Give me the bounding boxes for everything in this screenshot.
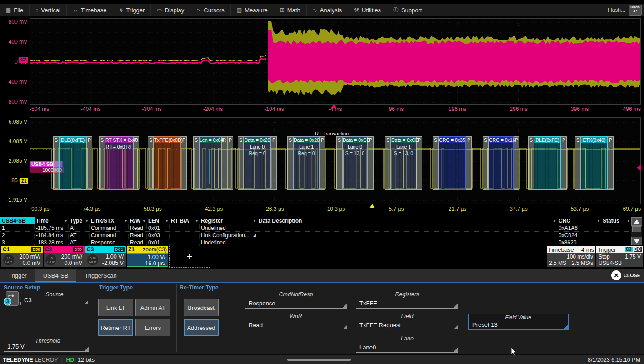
analysis-icon: ∿: [313, 7, 317, 13]
cmdnotresp-dropdown[interactable]: Response: [245, 299, 347, 309]
dialog-close-button[interactable]: ✕ CLOSE: [611, 270, 640, 280]
table-header-status[interactable]: Status▼: [601, 217, 631, 224]
timebase-offset: 4 ms: [581, 246, 594, 253]
menu-file-label: File: [14, 7, 23, 14]
table-header-type[interactable]: Type▼: [69, 217, 90, 224]
table-cell: -183.28 ms: [35, 239, 69, 246]
brand-logo: TELEDYNE LECROY | HD 12 bits: [0, 357, 95, 363]
x-tick-label: -74.3 µs: [81, 206, 101, 212]
table-cell: [257, 239, 557, 246]
table-header-register[interactable]: Register▼: [200, 217, 257, 224]
tab-usb4-sb[interactable]: USB4-SB: [35, 269, 77, 282]
table-header-link-stx[interactable]: Link/STX▼: [90, 217, 129, 224]
menu-timebase-label: Timebase: [81, 7, 107, 14]
menu-utilities[interactable]: ⚒Utilities: [348, 4, 387, 16]
threshold-field[interactable]: 1.75 V: [4, 342, 89, 352]
menu-analysis[interactable]: ∿Analysis: [307, 4, 348, 16]
retimer-rt-button[interactable]: Retimer RT: [98, 319, 133, 336]
x-tick-label: 496 ms: [623, 106, 641, 112]
channel-id: C1: [3, 246, 10, 253]
descriptor-c1[interactable]: C1D5016GHz200 mV/0.0 mV: [1, 246, 43, 267]
cursors-icon: ↖: [196, 7, 201, 13]
table-header-r-w[interactable]: R/W▼: [129, 217, 147, 224]
field-value-input[interactable]: Field Value Preset 13: [468, 314, 569, 330]
menu-cursors[interactable]: ↖Cursors: [190, 4, 231, 16]
channel-scale: 1.00 V/: [105, 254, 124, 260]
link-lt-button[interactable]: Link LT: [98, 299, 133, 316]
menu-vertical[interactable]: ↕Vertical: [30, 4, 67, 16]
menu-display[interactable]: ▭Display: [151, 4, 190, 16]
table-cell: 2: [0, 232, 35, 239]
table-cell: [170, 232, 200, 239]
vertical-icon: ↕: [35, 7, 38, 13]
tab-triggerscan[interactable]: TriggerScan: [76, 269, 125, 282]
menu-trigger[interactable]: ↯Trigger: [113, 4, 151, 16]
x-tick-label: 196 ms: [449, 106, 466, 112]
field-dropdown[interactable]: TxFFE Request: [356, 320, 458, 330]
scroll-up-icon: [634, 219, 640, 224]
add-trace-button[interactable]: +: [169, 246, 210, 268]
channel-scale: 1.00 V/: [147, 254, 165, 260]
table-header-len[interactable]: LEN▼: [147, 217, 170, 224]
descriptor-c3[interactable]: C3DC1500MHz1.00 V/-2.085 V: [85, 246, 126, 267]
x-tick-label: 396 ms: [571, 106, 589, 112]
table-header-rt-b-a[interactable]: RT B/A▼: [170, 217, 200, 224]
table-cell: [601, 224, 631, 231]
table-header-data-description[interactable]: Data Description▼: [257, 217, 557, 224]
menu-math-label: Math: [287, 7, 300, 14]
trigger-setup-dialog: Trigger USB4-SB TriggerScan ✕ CLOSE Sour…: [0, 269, 644, 354]
timebase-samples: 2.5 MS: [549, 260, 566, 266]
channel-coupling-badge: DC1: [114, 247, 125, 252]
broadcast-button[interactable]: Broadcast: [184, 299, 219, 316]
table-cell: 0x01: [147, 224, 170, 231]
descriptor-z1[interactable]: Z1zoom(C3)1.00 V/16.0 µs/: [127, 246, 168, 267]
source-setup-title: Source Setup: [4, 284, 40, 291]
c2-channel-badge[interactable]: C2: [19, 57, 28, 63]
errors-button[interactable]: Errors: [135, 319, 170, 336]
zoom-x-axis: -90.3 µs-74.3 µs-58.3 µs-42.3 µs-26.3 µs…: [30, 205, 641, 213]
y-tick-label: 4.085 V: [9, 138, 27, 145]
y-tick-label: -400 mV: [7, 79, 27, 85]
menu-math[interactable]: ⊞Math: [274, 4, 307, 16]
menu-file[interactable]: ▤File: [0, 4, 30, 16]
dropdown-corner-icon: [343, 304, 347, 308]
main-waveform-grid[interactable]: [30, 18, 641, 105]
x-tick-label: -504 ms: [30, 106, 49, 112]
zoom-waveform-grid[interactable]: [30, 117, 641, 204]
table-header-crc[interactable]: CRC▼: [557, 217, 601, 224]
wnr-dropdown[interactable]: Read: [245, 320, 347, 330]
timebase-summary-box[interactable]: Timebase 4 ms 100 ms/div 2.5 MS 2.5 MS/s: [547, 246, 595, 267]
table-row[interactable]: 3-183.28 msATResponseRead0x01Undefined0x…: [0, 239, 642, 246]
measure-icon: ▥: [237, 7, 242, 13]
bandwidth-badge: 16GHz: [3, 254, 14, 265]
x-tick-label: 5.7 µs: [389, 206, 404, 212]
dropdown-corner-icon: [454, 304, 458, 308]
tab-trigger[interactable]: Trigger: [0, 269, 35, 282]
lane-dropdown[interactable]: Lane0: [356, 343, 458, 353]
z1-zoom-badge[interactable]: Z1: [20, 178, 28, 184]
source-dropdown[interactable]: C3: [20, 295, 89, 305]
table-row[interactable]: 2-184.84 msATCommandRead0x03Link Configu…: [0, 232, 642, 239]
main-x-axis: -504 ms-404 ms-304 ms-204 ms-104 ms-4 ms…: [30, 105, 641, 113]
probe-channel-badge: 3: [4, 298, 11, 305]
table-scroll-down-button[interactable]: [631, 237, 642, 245]
table-cell: Undefined: [200, 239, 257, 246]
x-tick-label: -4 ms: [329, 106, 342, 112]
menu-timebase[interactable]: ↔Timebase: [67, 4, 113, 16]
table-corner-header[interactable]: USB4-SB: [0, 217, 35, 224]
dialog-drag-handle[interactable]: [287, 359, 351, 361]
display-icon: ▭: [157, 7, 162, 13]
table-row[interactable]: 1-185.75 msATCommandRead0x01Undefined0xA…: [0, 224, 642, 232]
descriptor-c2[interactable]: C2D5016GHz200 mV/0.0 mV: [44, 246, 85, 267]
table-scroll-thumb[interactable]: [632, 226, 641, 232]
trigger-summary-box[interactable]: Trigger C3 DC Stop 1.75 V USB4-SB: [596, 246, 643, 267]
registers-dropdown[interactable]: TxFFE: [356, 299, 458, 309]
undo-button[interactable]: Undo ↶: [629, 5, 642, 16]
menu-measure[interactable]: ▥Measure: [231, 4, 274, 16]
admin-at-button[interactable]: Admin AT: [135, 299, 170, 316]
table-header-time[interactable]: Time▼: [35, 217, 69, 224]
menu-support[interactable]: ⓘSupport: [387, 4, 429, 16]
menu-analysis-label: Analysis: [320, 7, 342, 14]
addressed-button[interactable]: Addressed: [184, 319, 219, 336]
table-scroll-up-button[interactable]: [631, 217, 642, 226]
